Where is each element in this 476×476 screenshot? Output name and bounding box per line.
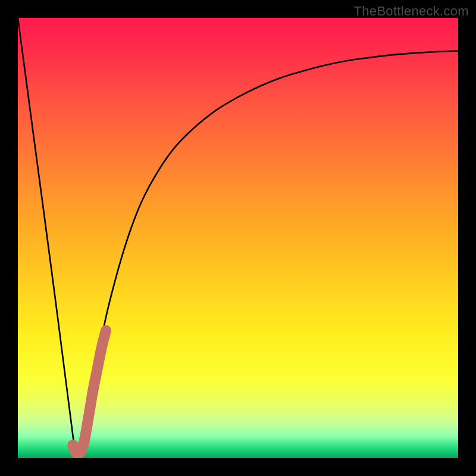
bottleneck-curve — [18, 18, 458, 455]
chart-frame: TheBottleneck.com — [0, 0, 476, 476]
curve-layer — [18, 18, 458, 458]
highlight-segment — [73, 330, 107, 453]
plot-area — [18, 18, 458, 458]
watermark-text: TheBottleneck.com — [354, 4, 469, 19]
